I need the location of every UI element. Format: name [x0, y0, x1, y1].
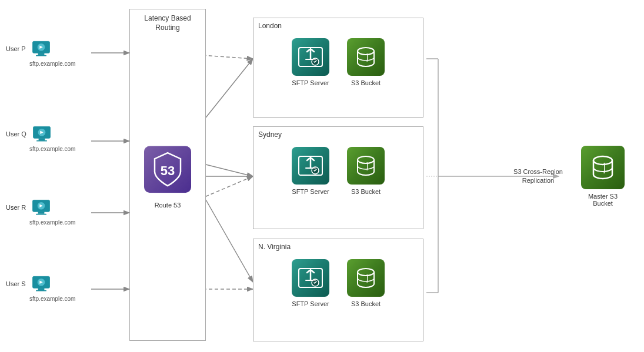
virginia-content: SFTP Server S3 Bucket [253, 259, 423, 307]
route53-shield-svg: 53 [144, 146, 191, 193]
sydney-s3: S3 Bucket [347, 147, 385, 195]
sftp-icon-svg3 [296, 264, 325, 292]
svg-rect-38 [36, 290, 46, 291]
sydney-region-box: Sydney SFTP Server [253, 126, 423, 229]
user-p-label: User P [6, 45, 26, 52]
virginia-s3-label: S3 Bucket [351, 300, 381, 307]
user-s-label: User S [6, 280, 26, 287]
sydney-title: Sydney [253, 127, 423, 141]
virginia-sftp-label: SFTP Server [292, 300, 329, 307]
svg-rect-37 [38, 288, 44, 290]
virginia-s3: S3 Bucket [347, 259, 385, 307]
sftp-label-r: sftp.example.com [29, 219, 75, 226]
cross-region-text: S3 Cross-Region Replication [513, 167, 563, 183]
master-s3-label: Master S3 Bucket [579, 193, 626, 207]
sydney-content: SFTP Server S3 Bucket [253, 147, 423, 195]
user-q: User Q sftp.example.com [6, 123, 75, 157]
diagram: User P sftp.example.com User Q sftp.exam… [0, 0, 644, 352]
user-q-icon-row: User Q [6, 123, 52, 145]
svg-line-9 [206, 59, 253, 118]
s3-bucket-svg3 [352, 264, 380, 292]
master-s3-container: Master S3 Bucket [579, 146, 626, 207]
user-p-icon-row: User P [6, 38, 52, 59]
monitor-icon-s [31, 273, 52, 294]
user-p: User P sftp.example.com [6, 38, 75, 72]
london-sftp-icon [292, 38, 329, 76]
monitor-icon-q [31, 123, 52, 145]
svg-point-47 [358, 156, 374, 163]
london-content: SFTP Server S3 Bucket [253, 38, 423, 86]
master-s3-icon [581, 146, 625, 189]
sftp-label-s: sftp.example.com [29, 296, 75, 302]
user-r-label: User R [6, 204, 26, 211]
sftp-icon-svg [296, 43, 325, 71]
sftp-icon-svg2 [296, 152, 325, 180]
svg-rect-26 [36, 55, 46, 56]
london-s3: S3 Bucket [347, 38, 385, 86]
sydney-sftp-label: SFTP Server [292, 188, 329, 195]
route53-label: Route 53 [130, 202, 205, 209]
london-s3-icon [347, 38, 385, 76]
user-q-label: User Q [6, 130, 26, 138]
svg-rect-29 [38, 138, 45, 140]
london-sftp: SFTP Server [292, 38, 329, 86]
london-s3-label: S3 Bucket [351, 79, 381, 86]
master-s3-bucket-svg [586, 151, 619, 184]
route53-icon: 53 [144, 146, 191, 195]
virginia-s3-icon [347, 259, 385, 297]
sydney-s3-label: S3 Bucket [351, 188, 381, 195]
cross-region-label: S3 Cross-Region Replication [509, 167, 568, 185]
sftp-label-p: sftp.example.com [29, 61, 75, 67]
london-region-box: London SFTP Server [253, 18, 423, 118]
svg-point-51 [593, 156, 612, 165]
s3-bucket-svg2 [352, 152, 380, 180]
svg-point-50 [358, 269, 374, 276]
svg-rect-30 [36, 140, 47, 142]
svg-line-10 [206, 165, 253, 176]
virginia-region-box: N. Virginia SFTP Server [253, 239, 423, 341]
s3-bucket-svg [352, 43, 380, 71]
routing-title: Latency Based Routing [130, 9, 205, 35]
sydney-sftp-icon [292, 147, 329, 185]
monitor-icon-p [31, 38, 52, 59]
sydney-s3-icon [347, 147, 385, 185]
user-r: User R sftp.example.com [6, 197, 75, 230]
sydney-sftp: SFTP Server [292, 147, 329, 195]
london-sftp-label: SFTP Server [292, 79, 329, 86]
virginia-sftp: SFTP Server [292, 259, 329, 307]
svg-rect-33 [38, 212, 45, 214]
user-s: User S sftp.example.com [6, 273, 75, 307]
svg-line-11 [206, 200, 253, 282]
london-title: London [253, 18, 423, 32]
svg-rect-34 [36, 214, 46, 215]
sftp-label-q: sftp.example.com [29, 146, 75, 152]
svg-text:53: 53 [161, 163, 175, 178]
monitor-icon-r [31, 197, 52, 218]
user-s-icon-row: User S [6, 273, 52, 294]
svg-point-44 [358, 48, 374, 55]
route53-box: Latency Based Routing 53 Route 53 [129, 9, 206, 341]
user-r-icon-row: User R [6, 197, 52, 218]
svg-rect-25 [38, 53, 44, 55]
virginia-sftp-icon [292, 259, 329, 297]
virginia-title: N. Virginia [253, 239, 423, 253]
